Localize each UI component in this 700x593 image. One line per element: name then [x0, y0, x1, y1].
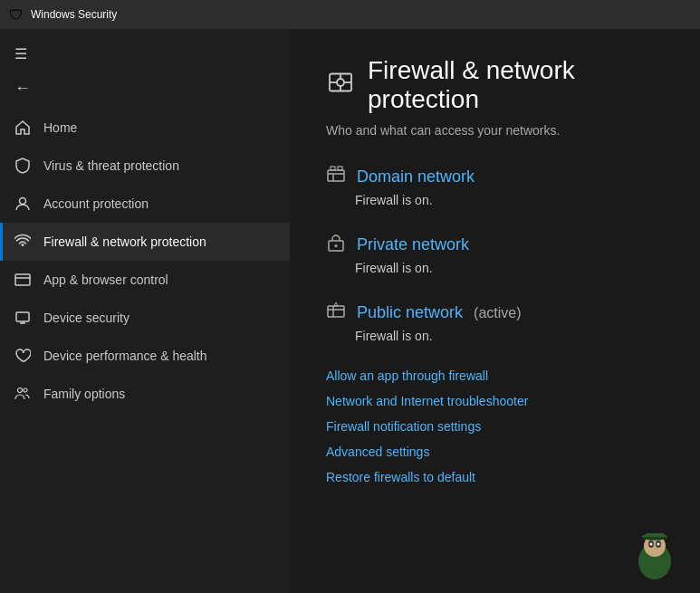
- svg-point-23: [638, 543, 671, 579]
- hamburger-icon: ☰: [14, 45, 27, 62]
- sidebar-item-home-label: Home: [43, 120, 77, 135]
- sidebar-item-device-security-label: Device security: [43, 311, 129, 325]
- svg-rect-3: [16, 312, 29, 321]
- public-network-section: Public network (active) Firewall is on.: [326, 301, 664, 343]
- allow-app-link[interactable]: Allow an app through firewall: [326, 368, 664, 383]
- svg-point-26: [656, 540, 661, 548]
- content-wrapper: Firewall & network protection Who and wh…: [326, 56, 664, 484]
- sidebar-back-button[interactable]: ←: [0, 72, 290, 109]
- private-network-status: Firewall is on.: [326, 261, 664, 275]
- domain-network-section: Domain network Firewall is on.: [326, 165, 664, 207]
- public-network-icon: [326, 301, 346, 325]
- notification-settings-link[interactable]: Firewall notification settings: [326, 419, 664, 434]
- svg-point-27: [650, 543, 653, 546]
- sidebar-item-performance-label: Device performance & health: [43, 349, 207, 363]
- troubleshooter-link[interactable]: Network and Internet troubleshooter: [326, 394, 664, 408]
- sidebar-item-device-security[interactable]: Device security: [0, 299, 290, 337]
- person-icon: [14, 196, 31, 212]
- sidebar-item-virus-label: Virus & threat protection: [43, 158, 179, 173]
- page-title-row: Firewall & network protection: [326, 56, 664, 114]
- sidebar-item-firewall[interactable]: Firewall & network protection: [0, 223, 290, 261]
- svg-point-7: [24, 388, 27, 392]
- sidebar-item-family[interactable]: Family options: [0, 375, 290, 413]
- home-icon: [14, 120, 31, 136]
- advanced-settings-link[interactable]: Advanced settings: [326, 445, 664, 459]
- page-title: Firewall & network protection: [368, 56, 664, 114]
- page-subtitle: Who and what can access your networks.: [326, 123, 664, 138]
- sidebar-item-account[interactable]: Account protection: [0, 185, 290, 223]
- sidebar-item-performance[interactable]: Device performance & health: [0, 337, 290, 375]
- title-bar: 🛡 Windows Security: [0, 0, 700, 29]
- svg-point-19: [335, 244, 338, 247]
- private-network-section: Private network Firewall is on.: [326, 233, 664, 275]
- sidebar-item-family-label: Family options: [43, 387, 125, 401]
- svg-rect-31: [643, 537, 666, 540]
- svg-rect-20: [328, 306, 344, 317]
- svg-point-24: [644, 535, 666, 557]
- sidebar-item-account-label: Account protection: [43, 196, 149, 211]
- page-firewall-icon: [326, 68, 355, 103]
- sidebar: ☰ ← Home Virus & threat protection: [0, 29, 290, 593]
- private-network-icon: [326, 233, 346, 257]
- heart-icon: [14, 348, 31, 364]
- svg-point-25: [648, 540, 654, 548]
- active-badge: (active): [474, 305, 521, 321]
- app-icon: 🛡: [9, 7, 24, 22]
- svg-point-6: [18, 388, 23, 393]
- private-network-name[interactable]: Private network: [357, 235, 469, 254]
- domain-network-name[interactable]: Domain network: [357, 167, 475, 187]
- public-network-header: Public network (active): [326, 301, 664, 325]
- main-layout: ☰ ← Home Virus & threat protection: [0, 29, 700, 593]
- sidebar-item-browser[interactable]: App & browser control: [0, 261, 290, 299]
- sidebar-item-virus[interactable]: Virus & threat protection: [0, 147, 290, 185]
- defender-mascot: [628, 530, 682, 584]
- wifi-icon: [14, 234, 31, 250]
- domain-network-icon: [326, 165, 346, 189]
- link-section: Allow an app through firewall Network an…: [326, 368, 664, 484]
- shield-icon: [14, 158, 31, 174]
- svg-rect-1: [15, 274, 30, 285]
- browser-icon: [14, 272, 31, 288]
- sidebar-item-home[interactable]: Home: [0, 109, 290, 147]
- svg-point-28: [657, 543, 660, 546]
- private-network-header: Private network: [326, 233, 664, 257]
- sidebar-item-firewall-label: Firewall & network protection: [43, 234, 206, 249]
- family-icon: [14, 386, 31, 402]
- svg-point-0: [20, 198, 26, 205]
- public-network-status: Firewall is on.: [326, 329, 664, 343]
- domain-network-header: Domain network: [326, 165, 664, 189]
- device-icon: [14, 310, 31, 326]
- back-icon: ←: [14, 79, 31, 98]
- content-area: Firewall & network protection Who and wh…: [290, 29, 700, 593]
- sidebar-item-browser-label: App & browser control: [43, 273, 168, 287]
- title-bar-text: Windows Security: [31, 8, 117, 21]
- svg-point-29: [642, 533, 667, 540]
- svg-rect-13: [328, 170, 344, 181]
- svg-rect-30: [646, 533, 664, 538]
- domain-network-status: Firewall is on.: [326, 193, 664, 207]
- restore-defaults-link[interactable]: Restore firewalls to default: [326, 470, 664, 484]
- sidebar-hamburger[interactable]: ☰: [0, 36, 290, 72]
- svg-point-8: [337, 79, 344, 86]
- public-network-name[interactable]: Public network: [357, 303, 463, 322]
